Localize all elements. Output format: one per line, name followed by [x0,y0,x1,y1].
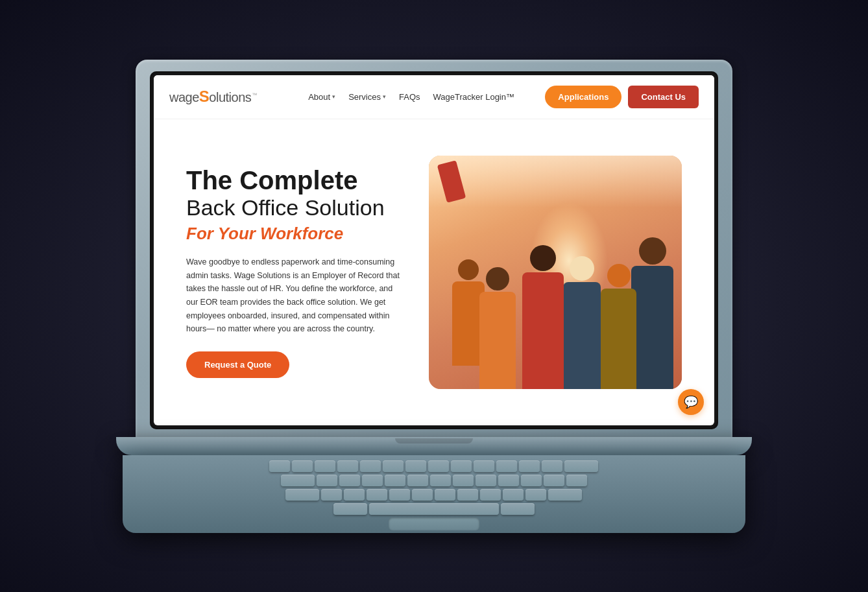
key [367,489,387,501]
key [339,475,360,486]
applications-button[interactable]: Applications [545,86,621,108]
room-ceiling [429,156,682,207]
key [544,475,564,486]
key [292,460,313,472]
key [412,489,433,501]
nav-about[interactable]: About ▾ [308,92,335,102]
key-wide [501,503,535,515]
body-2 [479,292,516,389]
key-row-4 [160,503,708,515]
key [337,460,358,472]
hero-image [429,156,682,389]
key [457,489,478,501]
body-3 [522,272,564,389]
body-4 [563,282,601,389]
key [525,489,546,501]
key-wide [564,460,598,472]
key [498,475,519,486]
contact-us-button[interactable]: Contact Us [628,86,699,108]
request-quote-button[interactable]: Request a Quote [186,351,289,378]
key-wide [281,475,315,486]
screen-bezel: wageSolutions™ About ▾ Services ▾ [150,71,718,429]
key [428,460,449,472]
logo-prefix: wage [169,90,199,104]
person-figure-5 [601,264,636,389]
hero-title-regular: Back Office Solution [186,195,403,221]
scene: wageSolutions™ About ▾ Services ▾ [77,60,791,533]
key [480,489,501,501]
key [430,475,451,486]
key-wide [285,489,319,501]
person-figure-4 [563,256,601,389]
key [315,460,335,472]
hero-section: The Complete Back Office Solution For Yo… [154,119,714,425]
head-2 [486,267,509,290]
body-6 [631,266,673,389]
logo-wage-text: wageSolutions™ [169,88,257,106]
person-figure-2 [479,267,516,389]
hero-body: Wave goodbye to endless paperwork and ti… [186,255,403,336]
logo-suffix: olutions [209,90,251,104]
key-row-3 [160,489,708,501]
key [474,460,494,472]
key-wide [548,489,582,501]
website: wageSolutions™ About ▾ Services ▾ [154,75,714,425]
key [453,475,474,486]
key-wide [333,503,367,515]
key [360,460,381,472]
head-1 [458,259,479,280]
key [476,475,496,486]
person-figure-6 [631,237,673,389]
key [362,475,383,486]
key [503,489,524,501]
key [407,475,428,486]
key [542,460,562,472]
hero-subtitle: For Your Workforce [186,224,403,244]
laptop-base-strip [116,437,752,455]
chevron-down-icon: ▾ [383,93,386,100]
chevron-down-icon: ▾ [332,93,335,100]
nav-faqs[interactable]: FAQs [399,92,420,102]
trackpad[interactable] [389,517,479,530]
spacebar [369,503,499,515]
logo-s: S [199,88,210,105]
head-5 [607,264,631,287]
key [317,475,337,486]
hero-content: The Complete Back Office Solution For Yo… [186,166,403,378]
hero-title-bold: The Complete [186,166,403,195]
key [521,475,542,486]
nav-wagetracker[interactable]: WageTracker Login™ [433,92,514,102]
header-actions: Applications Contact Us [545,86,699,108]
key-row-1 [160,460,708,472]
nav-services[interactable]: Services ▾ [348,92,386,102]
main-nav: About ▾ Services ▾ FAQs WageTr [278,92,546,102]
keyboard-keys [160,460,708,515]
key [405,460,426,472]
key [519,460,540,472]
person-figure-3 [522,245,564,389]
key [389,489,410,501]
head-3 [530,245,556,271]
screen: wageSolutions™ About ▾ Services ▾ [154,75,714,425]
chat-icon: 💬 [684,395,698,409]
key [383,460,404,472]
head-4 [570,256,594,281]
key-row-2 [160,475,708,486]
key [385,475,405,486]
key [566,475,587,486]
chat-bubble-button[interactable]: 💬 [678,389,704,415]
key [269,460,290,472]
key [435,489,455,501]
head-6 [639,237,666,265]
site-header: wageSolutions™ About ▾ Services ▾ [154,75,714,119]
key [451,460,472,472]
logo[interactable]: wageSolutions™ [169,88,257,106]
hero-image-scene [429,156,682,389]
key [321,489,342,501]
laptop-lid: wageSolutions™ About ▾ Services ▾ [136,60,732,437]
key [344,489,365,501]
logo-trademark: ™ [252,92,257,98]
key [496,460,517,472]
body-5 [601,289,636,389]
keyboard-area [123,455,745,533]
